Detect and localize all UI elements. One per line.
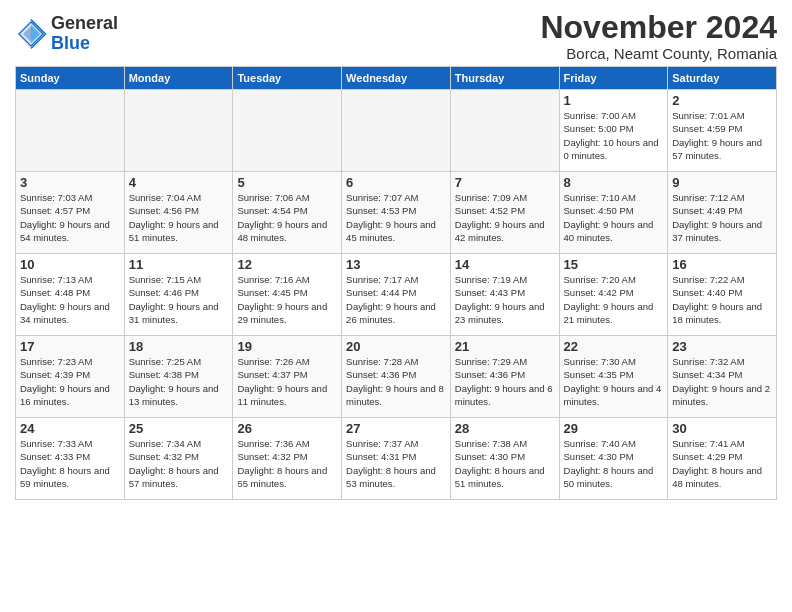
day-number: 8	[564, 175, 664, 190]
col-wednesday: Wednesday	[342, 67, 451, 90]
month-title: November 2024	[540, 10, 777, 45]
day-info: Sunrise: 7:23 AM Sunset: 4:39 PM Dayligh…	[20, 355, 120, 408]
col-monday: Monday	[124, 67, 233, 90]
logo-text: General Blue	[51, 14, 118, 54]
day-info: Sunrise: 7:15 AM Sunset: 4:46 PM Dayligh…	[129, 273, 229, 326]
day-info: Sunrise: 7:32 AM Sunset: 4:34 PM Dayligh…	[672, 355, 772, 408]
day-info: Sunrise: 7:33 AM Sunset: 4:33 PM Dayligh…	[20, 437, 120, 490]
day-number: 17	[20, 339, 120, 354]
day-number: 22	[564, 339, 664, 354]
col-tuesday: Tuesday	[233, 67, 342, 90]
table-row: 6Sunrise: 7:07 AM Sunset: 4:53 PM Daylig…	[342, 172, 451, 254]
day-info: Sunrise: 7:01 AM Sunset: 4:59 PM Dayligh…	[672, 109, 772, 162]
table-row: 14Sunrise: 7:19 AM Sunset: 4:43 PM Dayli…	[450, 254, 559, 336]
day-info: Sunrise: 7:30 AM Sunset: 4:35 PM Dayligh…	[564, 355, 664, 408]
table-row: 27Sunrise: 7:37 AM Sunset: 4:31 PM Dayli…	[342, 418, 451, 500]
table-row: 28Sunrise: 7:38 AM Sunset: 4:30 PM Dayli…	[450, 418, 559, 500]
day-info: Sunrise: 7:22 AM Sunset: 4:40 PM Dayligh…	[672, 273, 772, 326]
table-row: 29Sunrise: 7:40 AM Sunset: 4:30 PM Dayli…	[559, 418, 668, 500]
table-row: 18Sunrise: 7:25 AM Sunset: 4:38 PM Dayli…	[124, 336, 233, 418]
logo-icon	[15, 18, 47, 50]
table-row: 30Sunrise: 7:41 AM Sunset: 4:29 PM Dayli…	[668, 418, 777, 500]
calendar-week-row: 1Sunrise: 7:00 AM Sunset: 5:00 PM Daylig…	[16, 90, 777, 172]
day-number: 27	[346, 421, 446, 436]
table-row: 24Sunrise: 7:33 AM Sunset: 4:33 PM Dayli…	[16, 418, 125, 500]
day-number: 5	[237, 175, 337, 190]
day-number: 7	[455, 175, 555, 190]
logo-blue-text: Blue	[51, 34, 118, 54]
table-row	[124, 90, 233, 172]
col-thursday: Thursday	[450, 67, 559, 90]
day-number: 29	[564, 421, 664, 436]
table-row: 10Sunrise: 7:13 AM Sunset: 4:48 PM Dayli…	[16, 254, 125, 336]
day-number: 6	[346, 175, 446, 190]
table-row: 15Sunrise: 7:20 AM Sunset: 4:42 PM Dayli…	[559, 254, 668, 336]
table-row: 7Sunrise: 7:09 AM Sunset: 4:52 PM Daylig…	[450, 172, 559, 254]
day-info: Sunrise: 7:00 AM Sunset: 5:00 PM Dayligh…	[564, 109, 664, 162]
logo-general-text: General	[51, 14, 118, 34]
day-number: 19	[237, 339, 337, 354]
day-number: 26	[237, 421, 337, 436]
table-row: 11Sunrise: 7:15 AM Sunset: 4:46 PM Dayli…	[124, 254, 233, 336]
table-row: 17Sunrise: 7:23 AM Sunset: 4:39 PM Dayli…	[16, 336, 125, 418]
day-info: Sunrise: 7:28 AM Sunset: 4:36 PM Dayligh…	[346, 355, 446, 408]
table-row: 2Sunrise: 7:01 AM Sunset: 4:59 PM Daylig…	[668, 90, 777, 172]
header: General Blue November 2024 Borca, Neamt …	[15, 10, 777, 62]
day-info: Sunrise: 7:03 AM Sunset: 4:57 PM Dayligh…	[20, 191, 120, 244]
calendar-table: Sunday Monday Tuesday Wednesday Thursday…	[15, 66, 777, 500]
table-row: 26Sunrise: 7:36 AM Sunset: 4:32 PM Dayli…	[233, 418, 342, 500]
table-row	[16, 90, 125, 172]
table-row: 1Sunrise: 7:00 AM Sunset: 5:00 PM Daylig…	[559, 90, 668, 172]
day-number: 16	[672, 257, 772, 272]
calendar-week-row: 10Sunrise: 7:13 AM Sunset: 4:48 PM Dayli…	[16, 254, 777, 336]
day-info: Sunrise: 7:10 AM Sunset: 4:50 PM Dayligh…	[564, 191, 664, 244]
day-info: Sunrise: 7:38 AM Sunset: 4:30 PM Dayligh…	[455, 437, 555, 490]
day-info: Sunrise: 7:25 AM Sunset: 4:38 PM Dayligh…	[129, 355, 229, 408]
table-row: 5Sunrise: 7:06 AM Sunset: 4:54 PM Daylig…	[233, 172, 342, 254]
day-number: 11	[129, 257, 229, 272]
day-number: 28	[455, 421, 555, 436]
table-row: 9Sunrise: 7:12 AM Sunset: 4:49 PM Daylig…	[668, 172, 777, 254]
day-info: Sunrise: 7:16 AM Sunset: 4:45 PM Dayligh…	[237, 273, 337, 326]
calendar-header-row: Sunday Monday Tuesday Wednesday Thursday…	[16, 67, 777, 90]
table-row: 3Sunrise: 7:03 AM Sunset: 4:57 PM Daylig…	[16, 172, 125, 254]
table-row: 8Sunrise: 7:10 AM Sunset: 4:50 PM Daylig…	[559, 172, 668, 254]
table-row: 19Sunrise: 7:26 AM Sunset: 4:37 PM Dayli…	[233, 336, 342, 418]
day-info: Sunrise: 7:20 AM Sunset: 4:42 PM Dayligh…	[564, 273, 664, 326]
day-number: 3	[20, 175, 120, 190]
table-row: 13Sunrise: 7:17 AM Sunset: 4:44 PM Dayli…	[342, 254, 451, 336]
day-info: Sunrise: 7:06 AM Sunset: 4:54 PM Dayligh…	[237, 191, 337, 244]
table-row	[342, 90, 451, 172]
col-sunday: Sunday	[16, 67, 125, 90]
day-info: Sunrise: 7:13 AM Sunset: 4:48 PM Dayligh…	[20, 273, 120, 326]
calendar-week-row: 24Sunrise: 7:33 AM Sunset: 4:33 PM Dayli…	[16, 418, 777, 500]
table-row: 25Sunrise: 7:34 AM Sunset: 4:32 PM Dayli…	[124, 418, 233, 500]
table-row: 4Sunrise: 7:04 AM Sunset: 4:56 PM Daylig…	[124, 172, 233, 254]
day-info: Sunrise: 7:04 AM Sunset: 4:56 PM Dayligh…	[129, 191, 229, 244]
day-info: Sunrise: 7:17 AM Sunset: 4:44 PM Dayligh…	[346, 273, 446, 326]
day-number: 12	[237, 257, 337, 272]
day-number: 10	[20, 257, 120, 272]
location-subtitle: Borca, Neamt County, Romania	[540, 45, 777, 62]
day-info: Sunrise: 7:12 AM Sunset: 4:49 PM Dayligh…	[672, 191, 772, 244]
table-row	[233, 90, 342, 172]
logo: General Blue	[15, 14, 118, 54]
day-info: Sunrise: 7:26 AM Sunset: 4:37 PM Dayligh…	[237, 355, 337, 408]
day-info: Sunrise: 7:07 AM Sunset: 4:53 PM Dayligh…	[346, 191, 446, 244]
table-row: 12Sunrise: 7:16 AM Sunset: 4:45 PM Dayli…	[233, 254, 342, 336]
day-number: 23	[672, 339, 772, 354]
day-number: 20	[346, 339, 446, 354]
day-number: 4	[129, 175, 229, 190]
day-number: 30	[672, 421, 772, 436]
day-number: 2	[672, 93, 772, 108]
day-number: 1	[564, 93, 664, 108]
table-row: 23Sunrise: 7:32 AM Sunset: 4:34 PM Dayli…	[668, 336, 777, 418]
table-row: 20Sunrise: 7:28 AM Sunset: 4:36 PM Dayli…	[342, 336, 451, 418]
day-number: 15	[564, 257, 664, 272]
col-friday: Friday	[559, 67, 668, 90]
day-number: 9	[672, 175, 772, 190]
title-block: November 2024 Borca, Neamt County, Roman…	[540, 10, 777, 62]
day-info: Sunrise: 7:29 AM Sunset: 4:36 PM Dayligh…	[455, 355, 555, 408]
day-info: Sunrise: 7:37 AM Sunset: 4:31 PM Dayligh…	[346, 437, 446, 490]
day-number: 24	[20, 421, 120, 436]
